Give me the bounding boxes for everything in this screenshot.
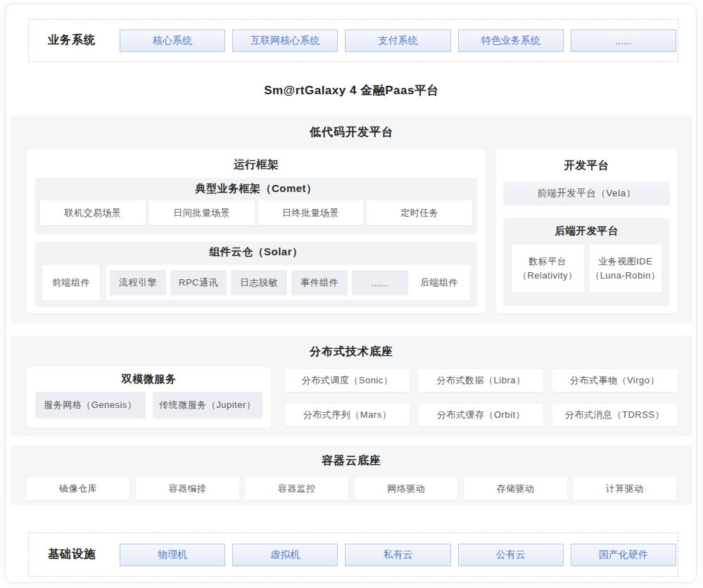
infrastructure-item: 物理机 (120, 544, 225, 566)
runtime-framework-panel: 运行框架 典型业务框架（Comet） 联机交易场景 日间批量场景 日终批量场景 … (27, 149, 486, 313)
container-base-title: 容器云底座 (11, 445, 692, 468)
backend-dev-panel: 后端开发平台 数标平台 （Relativity） 业务视图IDE （Luna-R… (503, 218, 670, 306)
distributed-item: 分布式调度（Sonic） (285, 369, 410, 392)
backend-dev-title: 后端开发平台 (503, 218, 670, 238)
container-item: 容器编排 (136, 478, 239, 500)
business-system-item: 核心系统 (120, 30, 225, 52)
backend-dev-item-line2: （Luna-Robin） (590, 269, 660, 283)
solar-back-item: 后端组件 (412, 276, 466, 289)
distributed-item: 分布式数据（Libra） (419, 369, 543, 392)
comet-title: 典型业务框架（Comet） (35, 178, 477, 196)
solar-chip: 事件组件 (291, 270, 348, 295)
distributed-item: 分布式序列（Mars） (285, 404, 410, 426)
backend-dev-item-line2: （Relativity） (518, 269, 578, 283)
comet-item: 定时任务 (367, 200, 472, 225)
solar-front-item: 前端组件 (42, 265, 100, 300)
dual-mode-chips: 服务网格（Genesis） 传统微服务（Jupiter） (35, 392, 262, 418)
backend-dev-boxes: 数标平台 （Relativity） 业务视图IDE （Luna-Robin） (512, 245, 661, 293)
low-code-platform-title: 低代码开发平台 (11, 115, 692, 140)
dual-mode-panel: 双模微服务 服务网格（Genesis） 传统微服务（Jupiter） (27, 367, 271, 428)
runtime-framework-title: 运行框架 (27, 149, 486, 172)
comet-item: 日间批量场景 (149, 200, 255, 225)
comet-item: 联机交易场景 (40, 200, 146, 225)
container-items-row: 镜像仓库 容器编排 容器监控 网络驱动 存储驱动 计算驱动 (27, 478, 676, 500)
backend-dev-item: 业务视图IDE （Luna-Robin） (590, 245, 662, 293)
infrastructure-item: 私有云 (345, 544, 450, 566)
container-item: 容器监控 (246, 478, 348, 500)
backend-dev-item-line1: 数标平台 (528, 255, 566, 269)
solar-chip: RPC通讯 (170, 270, 227, 295)
container-item: 存储驱动 (464, 478, 566, 500)
container-item: 镜像仓库 (27, 478, 129, 500)
business-system-item: 特色业务系统 (458, 30, 564, 52)
infrastructure-boxes: 物理机 虚拟机 私有云 公有云 国产化硬件 (120, 544, 676, 566)
distributed-base-title: 分布式技术底座 (11, 335, 692, 359)
comet-item: 日终批量场景 (258, 200, 364, 225)
container-item: 计算驱动 (574, 478, 676, 500)
solar-chip: 流程引擎 (110, 270, 166, 295)
container-base-panel: 容器云底座 镜像仓库 容器编排 容器监控 网络驱动 存储驱动 计算驱动 (11, 445, 692, 505)
dev-platform-title: 开发平台 (496, 149, 677, 173)
distributed-item: 分布式缓存（Orbit） (419, 404, 543, 426)
vela-item: 前端开发平台（Vela） (503, 181, 670, 205)
dual-mode-item: 传统微服务（Jupiter） (153, 392, 263, 418)
distributed-grid: 分布式调度（Sonic） 分布式数据（Libra） 分布式事物（Virgo） 分… (285, 369, 677, 426)
dev-platform-panel: 开发平台 前端开发平台（Vela） 后端开发平台 数标平台 （Relativit… (496, 149, 677, 313)
low-code-platform-panel: 低代码开发平台 运行框架 典型业务框架（Comet） 联机交易场景 日间批量场景… (11, 115, 692, 324)
container-item: 网络驱动 (355, 478, 457, 500)
infrastructure-item: 公有云 (458, 544, 564, 566)
solar-chip: ...... (352, 270, 408, 295)
backend-dev-item-line1: 业务视图IDE (598, 255, 652, 269)
solar-strip: 流程引擎 RPC通讯 日志脱敏 事件组件 ...... 后端组件 (106, 265, 470, 300)
business-system-item: 互联网核心系统 (232, 30, 338, 52)
solar-panel: 组件云仓（Solar） 前端组件 流程引擎 RPC通讯 日志脱敏 事件组件 ..… (35, 241, 477, 307)
comet-items-row: 联机交易场景 日间批量场景 日终批量场景 定时任务 (40, 200, 472, 225)
solar-chip: 日志脱敏 (231, 270, 287, 295)
backend-dev-item: 数标平台 （Relativity） (512, 245, 584, 293)
infrastructure-label: 基础设施 (48, 547, 100, 562)
distributed-item: 分布式事物（Virgo） (552, 369, 677, 392)
solar-items-row: 前端组件 流程引擎 RPC通讯 日志脱敏 事件组件 ...... 后端组件 (42, 265, 470, 300)
business-system-item: ...... (571, 30, 676, 52)
distributed-base-panel: 分布式技术底座 双模微服务 服务网格（Genesis） 传统微服务（Jupite… (11, 335, 692, 436)
business-systems-label: 业务系统 (48, 33, 100, 48)
infrastructure-band: 基础设施 物理机 虚拟机 私有云 公有云 国产化硬件 (28, 532, 678, 577)
business-systems-band: 业务系统 核心系统 互联网核心系统 支付系统 特色业务系统 ...... (28, 19, 678, 62)
page-title: Sm@rtGalaxy 4 金融Paas平台 (0, 82, 703, 98)
business-system-item: 支付系统 (345, 30, 450, 52)
business-systems-boxes: 核心系统 互联网核心系统 支付系统 特色业务系统 ...... (120, 30, 676, 52)
solar-title: 组件云仓（Solar） (35, 241, 477, 259)
dual-mode-title: 双模微服务 (27, 367, 271, 386)
distributed-item: 分布式消息（TDRSS） (552, 404, 677, 426)
architecture-diagram: 业务系统 核心系统 互联网核心系统 支付系统 特色业务系统 ...... Sm@… (0, 0, 703, 588)
infrastructure-item: 虚拟机 (232, 544, 338, 566)
comet-panel: 典型业务框架（Comet） 联机交易场景 日间批量场景 日终批量场景 定时任务 (35, 178, 477, 234)
dual-mode-item: 服务网格（Genesis） (35, 392, 146, 418)
infrastructure-item: 国产化硬件 (571, 544, 676, 566)
